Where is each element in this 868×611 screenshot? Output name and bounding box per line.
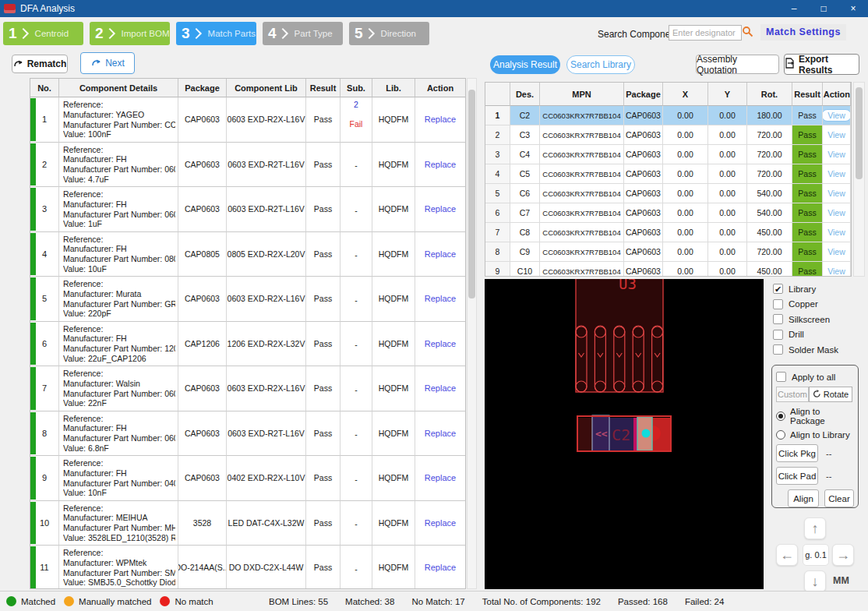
bom-row[interactable]: 7Reference:Manufacturer: WalsinManufactu… — [30, 366, 465, 411]
align-to-library-option[interactable]: Align to Library — [776, 430, 854, 440]
sub-value: - — [355, 161, 358, 170]
tab-analysis-result[interactable]: Analysis Result — [490, 55, 560, 74]
nudge-right-button[interactable]: → — [832, 544, 854, 566]
custom-rotation-input[interactable]: Custom — [776, 387, 809, 402]
view-link[interactable]: View — [823, 109, 851, 122]
bom-table-body: 1Reference:Manufacturer: YAGEOManufactur… — [30, 97, 465, 589]
wizard-step-direction[interactable]: 5Direction — [349, 22, 429, 45]
align-to-package-radio[interactable] — [776, 411, 785, 421]
component-row[interactable]: 4C5CC0603KRX7R7BB104CAP06030.000.00720.0… — [485, 164, 851, 184]
click-pad-button[interactable]: Click Pad — [776, 467, 818, 485]
bom-table-scrollbar[interactable] — [467, 78, 477, 589]
replace-link[interactable]: Replace — [425, 473, 456, 482]
wizard-step-part-type[interactable]: 4Part Type — [263, 22, 343, 45]
scrollbar-thumb[interactable] — [468, 90, 475, 298]
detail-line: Manufacturer Part Number: 0603X4 — [63, 164, 175, 175]
layer-copper[interactable]: Copper — [773, 297, 838, 313]
replace-link[interactable]: Replace — [425, 294, 456, 303]
match-settings-link[interactable]: Match Settings — [760, 24, 846, 41]
view-link[interactable]: View — [827, 208, 845, 217]
component-row[interactable]: 5C6CC0603KRX7R7BB104CAP06030.000.00540.0… — [485, 184, 851, 203]
rotate-button[interactable]: Rotate — [809, 387, 852, 402]
component-row[interactable]: 1C2CC0603KRX7R7BB104CAP06030.000.00180.0… — [485, 106, 851, 125]
bom-row[interactable]: 1Reference:Manufacturer: YAGEOManufactur… — [30, 97, 465, 143]
view-link[interactable]: View — [827, 169, 845, 178]
align-to-library-radio[interactable] — [776, 430, 785, 440]
bom-row[interactable]: 11Reference:Manufacturer: WPMtekManufact… — [30, 546, 465, 589]
checkbox-copper[interactable] — [773, 299, 783, 309]
apply-to-all-checkbox[interactable] — [776, 372, 786, 382]
row-number-cell: 1 — [30, 97, 59, 143]
component-row[interactable]: 3C4CC0603KRX7R7BB104CAP06030.000.00720.0… — [485, 145, 851, 164]
match-status-bar — [30, 233, 36, 276]
column-header-action: Action — [415, 79, 466, 97]
layer-solder-mask[interactable]: Solder Mask — [773, 342, 838, 358]
bom-row[interactable]: 3Reference:Manufacturer: FHManufacturer … — [30, 187, 465, 232]
replace-link[interactable]: Replace — [425, 204, 456, 214]
bom-row[interactable]: 8Reference:Manufacturer: FHManufacturer … — [30, 411, 465, 457]
replace-link[interactable]: Replace — [425, 160, 456, 169]
view-link[interactable]: View — [827, 228, 845, 237]
replace-link[interactable]: Replace — [425, 518, 456, 528]
layer-silkscreen[interactable]: Silkscreen — [773, 312, 838, 327]
view-link[interactable]: View — [827, 150, 845, 159]
bom-row[interactable]: 4Reference:Manufacturer: FHManufacturer … — [30, 232, 465, 277]
export-results-button[interactable]: Export Results — [784, 54, 859, 75]
replace-link[interactable]: Replace — [425, 249, 456, 259]
wizard-step-match-parts[interactable]: 3Match Parts — [176, 22, 256, 45]
component-row[interactable]: 7C8CC0603KRX7R7BB104CAP06030.000.00450.0… — [485, 223, 851, 242]
designator-cell: C6 — [510, 184, 540, 203]
tab-search-library[interactable]: Search Library — [566, 55, 635, 74]
click-pkg-button[interactable]: Click Pkg — [776, 444, 818, 462]
replace-link[interactable]: Replace — [425, 339, 456, 348]
replace-link[interactable]: Replace — [425, 429, 456, 438]
view-link[interactable]: View — [827, 267, 845, 276]
layer-library[interactable]: ✔Library — [773, 281, 838, 297]
checkbox-silkscreen[interactable] — [773, 314, 783, 324]
replace-link[interactable]: Replace — [425, 115, 456, 124]
component-lib-cell: 0603 EXD-R2X-L16V — [227, 366, 306, 411]
component-row[interactable]: 8C9CC0603KRX7R7BB104CAP06030.000.00720.0… — [485, 242, 851, 262]
apply-to-all-row[interactable]: Apply to all — [776, 372, 854, 382]
bom-row[interactable]: 2Reference:Manufacturer: FHManufacturer … — [30, 143, 465, 188]
component-row[interactable]: 9C10CC0603KRX7R7BB104CAP06030.000.00450.… — [485, 262, 851, 277]
nudge-step-value[interactable]: g. 0.1 — [803, 544, 829, 566]
align-button[interactable]: Align — [788, 489, 819, 507]
nudge-left-button[interactable]: ← — [776, 544, 798, 566]
maximize-button[interactable]: □ — [809, 0, 838, 17]
footprint-preview[interactable]: U3 << C2 — [485, 279, 764, 589]
scrollbar-thumb[interactable] — [856, 87, 863, 179]
close-button[interactable]: × — [838, 0, 868, 17]
bom-row[interactable]: 10Reference:Manufacturer: MEIHUAManufact… — [30, 501, 465, 546]
align-to-package-option[interactable]: Align to Package — [776, 407, 854, 426]
view-link[interactable]: View — [827, 189, 845, 198]
x-cell: 0.00 — [663, 125, 708, 145]
nudge-down-button[interactable]: ↓ — [804, 570, 826, 592]
bom-row[interactable]: 9Reference:Manufacturer: FHManufacturer … — [30, 456, 465, 501]
layer-drill[interactable]: Drill — [773, 327, 838, 343]
view-link[interactable]: View — [827, 247, 845, 256]
rematch-button[interactable]: Rematch — [12, 55, 68, 73]
assembly-quotation-button[interactable]: Assembly Quotation — [696, 55, 779, 74]
clear-button[interactable]: Clear — [824, 489, 854, 507]
nudge-up-button[interactable]: ↑ — [804, 517, 826, 539]
wizard-step-import-bom[interactable]: 2Import BOM — [90, 22, 170, 45]
next-button[interactable]: Next — [80, 52, 135, 74]
view-link[interactable]: View — [827, 130, 845, 140]
checkbox-library[interactable]: ✔ — [773, 284, 783, 294]
wizard-step-centroid[interactable]: 1Centroid — [3, 22, 83, 45]
search-icon[interactable] — [742, 26, 754, 38]
search-component-input[interactable] — [669, 25, 742, 41]
component-lib-cell: 0603 EXD-R2X-L16V — [227, 277, 306, 322]
package-cell: CAP0603 — [624, 106, 663, 125]
minimize-button[interactable]: – — [779, 0, 809, 17]
component-row[interactable]: 6C7CC0603KRX7R7BB104CAP06030.000.00540.0… — [485, 203, 851, 223]
replace-link[interactable]: Replace — [425, 563, 456, 572]
bom-row[interactable]: 5Reference:Manufacturer: MurataManufactu… — [30, 277, 465, 322]
checkbox-drill[interactable] — [773, 330, 783, 340]
replace-link[interactable]: Replace — [425, 383, 456, 393]
bom-row[interactable]: 6Reference:Manufacturer: FHManufacturer … — [30, 322, 465, 367]
checkbox-solder-mask[interactable] — [773, 344, 783, 355]
analysis-table-scrollbar[interactable] — [853, 82, 865, 277]
component-row[interactable]: 2C3CC0603KRX7R7BB104CAP06030.000.00720.0… — [485, 125, 851, 145]
